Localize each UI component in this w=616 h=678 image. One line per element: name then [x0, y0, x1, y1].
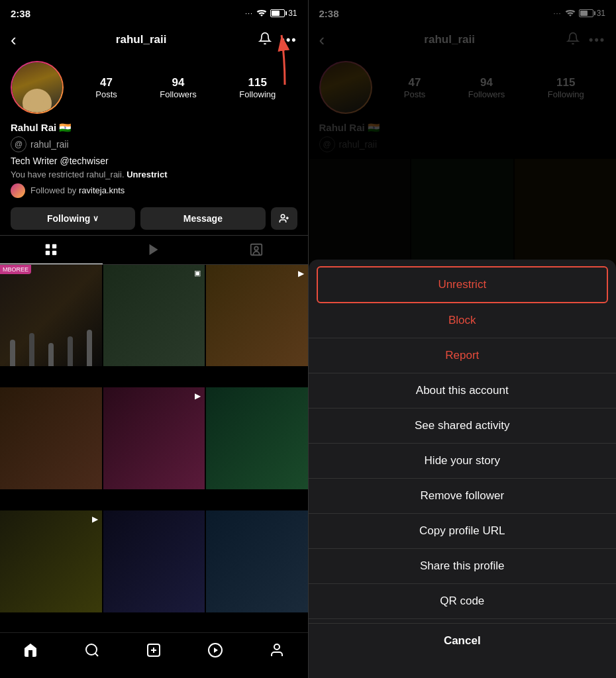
left-time: 2:38: [11, 8, 30, 19]
left-threads-username: rahul_raii: [30, 139, 69, 150]
svg-point-10: [86, 644, 97, 655]
grid-photo-7[interactable]: ▶: [0, 510, 102, 612]
sheet-item-hide-story[interactable]: Hide your story: [309, 444, 617, 479]
report-label: Report: [445, 349, 479, 362]
grid-photo-5[interactable]: ▶: [103, 387, 205, 489]
left-followers-label: Followers: [160, 89, 197, 99]
svg-point-9: [254, 247, 258, 251]
svg-point-17: [274, 644, 280, 650]
left-followed-by: Followed by raviteja.knts: [11, 183, 297, 198]
nav-home[interactable]: [17, 640, 44, 665]
hide-story-label: Hide your story: [425, 454, 500, 467]
sheet-item-about[interactable]: About this account: [309, 373, 617, 409]
add-person-button[interactable]: [271, 207, 297, 230]
sheet-item-remove-follower[interactable]: Remove follower: [309, 479, 617, 514]
block-label: Block: [448, 314, 476, 326]
video-indicator-7: ▶: [92, 514, 98, 524]
add-person-icon: [279, 213, 289, 224]
left-tab-tagged[interactable]: [205, 236, 308, 264]
left-more-icon[interactable]: •••: [281, 33, 297, 47]
left-profile-tabs: [0, 235, 308, 265]
about-label: About this account: [416, 384, 509, 397]
left-avatar: [12, 62, 62, 113]
left-posts-label: Posts: [95, 89, 117, 99]
left-panel: 2:38 ··· 31 ‹ rahul_raii: [0, 0, 308, 678]
grid-photo-2[interactable]: ▣: [103, 265, 205, 367]
nav-add[interactable]: [140, 640, 167, 665]
battery-icon: [270, 9, 285, 17]
bottom-sheet: Unrestrict Block Report About this accou…: [309, 260, 617, 678]
left-following-label: Following: [239, 89, 276, 99]
svg-rect-3: [46, 244, 50, 248]
video-indicator-3: ▶: [298, 269, 304, 278]
sheet-item-cancel[interactable]: Cancel: [309, 623, 617, 658]
cancel-section: Cancel: [309, 623, 617, 658]
nav-reels[interactable]: [202, 640, 229, 665]
grid-photo-4[interactable]: [0, 387, 102, 489]
message-label: Message: [183, 213, 223, 224]
left-tab-grid[interactable]: [0, 236, 103, 264]
left-followed-by-text: Followed by raviteja.knts: [30, 185, 125, 195]
left-status-icons: ··· 31: [245, 9, 297, 18]
left-tab-reels[interactable]: [103, 236, 205, 264]
sheet-item-unrestrict[interactable]: Unrestrict: [318, 267, 607, 302]
shared-activity-label: See shared activity: [415, 419, 510, 432]
svg-rect-6: [52, 250, 56, 254]
right-panel: 2:38 ··· 31 ‹ rahul_raii: [309, 0, 617, 678]
sheet-item-shared-activity[interactable]: See shared activity: [309, 409, 617, 444]
signal-dots: ···: [245, 9, 253, 17]
left-profile-info: 47 Posts 94 Followers 115 Following: [0, 56, 308, 119]
battery-percent: 31: [288, 9, 297, 18]
svg-rect-5: [46, 250, 50, 254]
copy-url-label: Copy profile URL: [419, 524, 505, 537]
nav-search[interactable]: [79, 640, 105, 665]
left-following-count: 115: [248, 76, 267, 89]
grid-icon: [44, 242, 58, 257]
left-avatar-container[interactable]: [11, 61, 64, 114]
following-label: Following: [47, 213, 90, 224]
svg-marker-16: [214, 648, 218, 653]
left-unrestrict-inline[interactable]: Unrestrict: [127, 170, 167, 179]
message-button[interactable]: Message: [140, 207, 265, 230]
left-posts-count: 47: [100, 76, 113, 89]
svg-marker-7: [150, 244, 158, 256]
left-header-icons: •••: [258, 32, 297, 48]
left-stat-posts[interactable]: 47 Posts: [95, 76, 117, 99]
left-display-name: Rahul Rai 🇮🇳: [11, 122, 297, 134]
following-button[interactable]: Following ∨: [11, 207, 135, 230]
sheet-item-qr-code[interactable]: QR code: [309, 584, 617, 619]
unrestrict-label: Unrestrict: [438, 278, 486, 291]
left-back-button[interactable]: ‹: [11, 30, 17, 50]
left-stat-following[interactable]: 115 Following: [239, 76, 276, 99]
reels-icon: [146, 242, 161, 257]
left-status-bar: 2:38 ··· 31: [0, 0, 308, 24]
left-profile-name-section: Rahul Rai 🇮🇳 @ rahul_raii Tech Writer @t…: [0, 119, 308, 202]
left-bottom-nav: [0, 632, 308, 678]
sheet-item-block[interactable]: Block: [309, 303, 617, 338]
left-header-username: rahul_raii: [25, 33, 258, 46]
left-followers-count: 94: [172, 76, 185, 89]
left-stats-row: 47 Posts 94 Followers 115 Following: [74, 76, 297, 99]
sheet-item-report[interactable]: Report: [309, 338, 617, 373]
grid-photo-3[interactable]: ▶: [206, 265, 308, 367]
wifi-icon: [256, 9, 267, 17]
following-chevron: ∨: [93, 214, 99, 223]
grid-photo-6[interactable]: [206, 387, 308, 489]
grid-photo-9[interactable]: [206, 510, 308, 612]
grid-photo-8[interactable]: [103, 510, 205, 612]
svg-rect-4: [52, 244, 56, 248]
left-restricted-text: You have restricted rahul_raii. Unrestri…: [11, 170, 297, 179]
nav-profile[interactable]: [264, 640, 290, 665]
share-profile-label: Share this profile: [420, 559, 505, 572]
left-stat-followers[interactable]: 94 Followers: [160, 76, 197, 99]
unrestrict-highlight-box: Unrestrict: [317, 266, 609, 303]
svg-point-0: [281, 215, 284, 218]
sheet-item-share-profile[interactable]: Share this profile: [309, 549, 617, 584]
left-threads-icon: @: [11, 136, 26, 152]
left-bio: Tech Writer @techwiser: [11, 155, 297, 168]
sheet-item-copy-url[interactable]: Copy profile URL: [309, 514, 617, 549]
left-follower-name: raviteja.knts: [79, 185, 125, 195]
video-indicator-5: ▶: [195, 391, 201, 401]
left-bell-icon[interactable]: [258, 32, 272, 48]
grid-photo-1[interactable]: MBOREE: [0, 265, 102, 367]
